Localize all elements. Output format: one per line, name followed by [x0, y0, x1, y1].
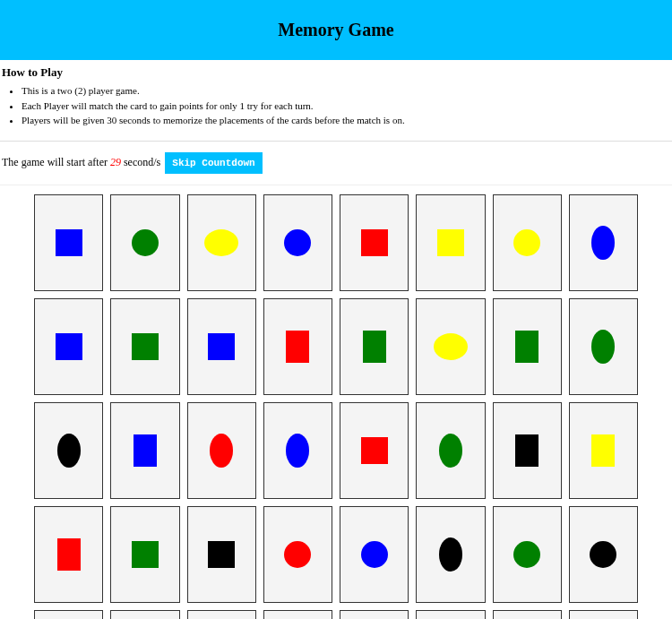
memory-card[interactable]	[340, 506, 409, 603]
memory-card[interactable]	[493, 194, 562, 291]
blue-circle-icon	[284, 229, 311, 256]
memory-card[interactable]	[34, 402, 103, 499]
how-to-play-item: Players will be given 30 seconds to memo…	[22, 113, 670, 128]
memory-card[interactable]	[34, 506, 103, 603]
memory-card[interactable]	[110, 610, 179, 620]
memory-card[interactable]	[493, 610, 562, 620]
blue-rect-v-icon	[134, 434, 157, 467]
memory-card[interactable]	[34, 610, 103, 620]
memory-card[interactable]	[416, 506, 485, 603]
memory-card[interactable]	[187, 298, 256, 395]
green-ellipse-v-icon	[439, 434, 462, 468]
yellow-square-icon	[437, 229, 464, 256]
page-header: Memory Game	[0, 0, 672, 60]
how-to-play-list: This is a two (2) player game. Each Play…	[2, 83, 670, 128]
green-ellipse-v-icon	[591, 330, 615, 364]
blue-ellipse-v-icon	[591, 226, 615, 260]
memory-card[interactable]	[263, 610, 332, 620]
green-circle-icon	[513, 541, 540, 568]
black-square-icon	[208, 541, 235, 568]
yellow-ellipse-h-icon	[434, 333, 468, 360]
memory-card[interactable]	[187, 194, 256, 291]
black-ellipse-v-icon	[57, 434, 81, 468]
red-rect-v-icon	[286, 331, 309, 363]
memory-card[interactable]	[187, 506, 256, 603]
countdown-prefix: The game will start after	[2, 156, 110, 168]
green-square-icon	[132, 333, 159, 360]
yellow-ellipse-h-icon	[204, 229, 238, 256]
memory-card[interactable]	[416, 298, 485, 395]
skip-countdown-button[interactable]: Skip Countdown	[165, 152, 262, 174]
memory-card[interactable]	[187, 610, 256, 620]
green-rect-v-icon	[363, 331, 386, 363]
green-square-icon	[132, 541, 159, 568]
black-circle-icon	[590, 541, 616, 568]
black-ellipse-v-icon	[439, 537, 462, 572]
how-to-play-item: This is a two (2) player game.	[22, 83, 670, 99]
memory-card[interactable]	[263, 194, 332, 291]
memory-card[interactable]	[263, 298, 332, 395]
red-circle-icon	[284, 541, 311, 568]
green-rect-v-icon	[515, 331, 538, 363]
page-title: Memory Game	[0, 20, 672, 40]
how-to-play-item: Each Player will match the card to gain …	[22, 99, 670, 114]
red-ellipse-v-icon	[210, 434, 233, 468]
memory-card[interactable]	[493, 402, 562, 499]
memory-card[interactable]	[493, 298, 562, 395]
red-square-icon	[361, 229, 388, 256]
countdown-value: 29	[110, 156, 121, 168]
memory-card[interactable]	[340, 194, 409, 291]
memory-card[interactable]	[187, 402, 256, 499]
memory-card[interactable]	[340, 610, 409, 620]
memory-card[interactable]	[569, 402, 638, 499]
memory-card[interactable]	[34, 298, 103, 395]
memory-card[interactable]	[416, 610, 485, 620]
memory-card[interactable]	[110, 506, 179, 603]
green-circle-icon	[132, 229, 159, 256]
memory-card[interactable]	[569, 506, 638, 603]
blue-circle-icon	[361, 541, 388, 568]
yellow-rect-v-icon	[591, 434, 615, 467]
memory-card[interactable]	[416, 402, 485, 499]
countdown-bar: The game will start after 29 second/s Sk…	[0, 142, 672, 185]
memory-card[interactable]	[340, 298, 409, 395]
memory-card[interactable]	[340, 402, 409, 499]
red-rect-v-icon	[57, 538, 81, 571]
memory-card[interactable]	[110, 194, 179, 291]
black-rect-v-icon	[515, 434, 538, 467]
card-board	[0, 185, 672, 620]
memory-card[interactable]	[493, 506, 562, 603]
how-to-play-heading: How to Play	[2, 65, 670, 80]
memory-card[interactable]	[569, 298, 638, 395]
memory-card[interactable]	[263, 506, 332, 603]
blue-square-icon	[56, 333, 82, 360]
memory-card[interactable]	[569, 194, 638, 291]
memory-card[interactable]	[416, 194, 485, 291]
red-square-icon	[361, 437, 388, 464]
memory-card[interactable]	[263, 402, 332, 499]
memory-card[interactable]	[34, 194, 103, 291]
how-to-play-section: How to Play This is a two (2) player gam…	[0, 60, 672, 142]
memory-card[interactable]	[110, 402, 179, 499]
blue-ellipse-v-icon	[286, 434, 309, 468]
memory-card[interactable]	[110, 298, 179, 395]
blue-square-icon	[208, 333, 235, 360]
memory-card[interactable]	[569, 610, 638, 620]
yellow-circle-icon	[513, 229, 540, 256]
countdown-suffix: second/s	[121, 156, 163, 168]
blue-square-icon	[56, 229, 82, 256]
